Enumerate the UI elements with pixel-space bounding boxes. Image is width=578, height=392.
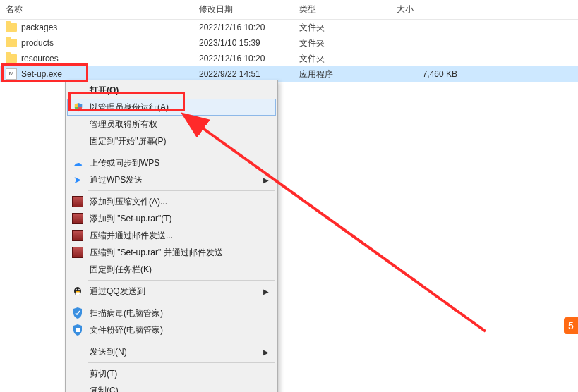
menu-compress-setup-email[interactable]: 压缩到 "Set-up.rar" 并通过邮件发送 xyxy=(67,244,276,261)
svg-point-4 xyxy=(76,290,77,290)
side-badge[interactable]: 5 xyxy=(564,317,578,334)
menu-open[interactable]: 打开(O) xyxy=(67,82,276,99)
column-size[interactable]: 大小 xyxy=(391,4,454,16)
column-date[interactable]: 修改日期 xyxy=(193,4,294,16)
menu-admin-own[interactable]: 管理员取得所有权 xyxy=(67,116,276,133)
column-name[interactable]: 名称 xyxy=(0,4,193,16)
menu-compress-email[interactable]: 压缩并通过邮件发送... xyxy=(67,227,276,244)
column-header-row: 名称 修改日期 类型 大小 xyxy=(0,0,578,20)
menu-separator xyxy=(88,341,275,341)
svg-rect-7 xyxy=(76,328,80,332)
rar-icon xyxy=(71,195,84,208)
menu-separator xyxy=(88,280,275,281)
file-type: 文件夹 xyxy=(294,53,391,65)
rar-icon xyxy=(71,246,84,259)
file-name: Set-up.exe xyxy=(21,69,62,79)
menu-send-to[interactable]: 发送到(N)▶ xyxy=(67,343,276,360)
file-name: resources xyxy=(21,54,59,63)
menu-separator xyxy=(88,152,275,152)
menu-send-wps[interactable]: ➤ 通过WPS发送 ▶ xyxy=(67,171,276,188)
menu-cut[interactable]: 剪切(T) xyxy=(67,365,276,382)
file-row-packages[interactable]: packages 2022/12/16 10:20 文件夹 xyxy=(0,20,578,35)
file-date: 2022/12/16 10:20 xyxy=(193,54,294,63)
menu-pin-start[interactable]: 固定到"开始"屏幕(P) xyxy=(67,133,276,149)
file-type: 文件夹 xyxy=(294,37,391,49)
file-row-products[interactable]: products 2023/1/10 15:39 文件夹 xyxy=(0,35,578,51)
rar-icon xyxy=(71,212,84,225)
file-row-resources[interactable]: resources 2022/12/16 10:20 文件夹 xyxy=(0,51,578,66)
menu-shred[interactable]: 文件粉碎(电脑管家) xyxy=(67,321,276,338)
menu-send-qq[interactable]: 通过QQ发送到 ▶ xyxy=(67,283,276,300)
menu-add-archive[interactable]: 添加到压缩文件(A)... xyxy=(67,193,276,210)
submenu-arrow-icon: ▶ xyxy=(263,288,269,295)
column-type[interactable]: 类型 xyxy=(294,4,391,16)
menu-separator xyxy=(88,362,275,363)
menu-pin-taskbar[interactable]: 固定到任务栏(K) xyxy=(67,261,276,278)
folder-icon xyxy=(6,39,17,47)
exe-icon: M xyxy=(6,68,17,80)
cloud-upload-icon: ☁ xyxy=(71,157,84,169)
menu-separator xyxy=(88,190,275,191)
svg-rect-6 xyxy=(76,291,80,293)
file-type: 文件夹 xyxy=(294,22,391,34)
menu-upload-wps[interactable]: ☁ 上传或同步到WPS xyxy=(67,154,276,171)
folder-icon xyxy=(6,54,17,63)
menu-add-to-setup-rar[interactable]: 添加到 "Set-up.rar"(T) xyxy=(67,210,276,227)
rar-icon xyxy=(71,229,84,242)
context-menu: 打开(O) 以管理员身份运行(A) 管理员取得所有权 固定到"开始"屏幕(P) … xyxy=(65,80,278,392)
menu-separator xyxy=(88,302,275,302)
file-date: 2022/9/22 14:51 xyxy=(193,69,294,79)
qq-icon xyxy=(71,285,84,298)
menu-scan-virus[interactable]: 扫描病毒(电脑管家) xyxy=(67,305,276,321)
submenu-arrow-icon: ▶ xyxy=(263,176,269,184)
submenu-arrow-icon: ▶ xyxy=(263,348,269,356)
file-type: 应用程序 xyxy=(294,68,391,80)
file-size: 7,460 KB xyxy=(391,69,469,79)
shield-icon xyxy=(72,101,85,114)
svg-point-5 xyxy=(79,290,80,290)
menu-run-as-admin[interactable]: 以管理员身份运行(A) xyxy=(67,99,276,116)
folder-icon xyxy=(6,23,17,32)
shield-check-icon xyxy=(71,307,84,319)
file-name: products xyxy=(21,38,54,48)
file-date: 2022/12/16 10:20 xyxy=(193,23,294,32)
file-date: 2023/1/10 15:39 xyxy=(193,38,294,48)
file-name: packages xyxy=(21,23,57,32)
menu-copy[interactable]: 复制(C) xyxy=(67,382,276,392)
file-list: packages 2022/12/16 10:20 文件夹 products 2… xyxy=(0,20,578,82)
shield-shred-icon xyxy=(71,324,84,336)
send-icon: ➤ xyxy=(71,173,84,186)
